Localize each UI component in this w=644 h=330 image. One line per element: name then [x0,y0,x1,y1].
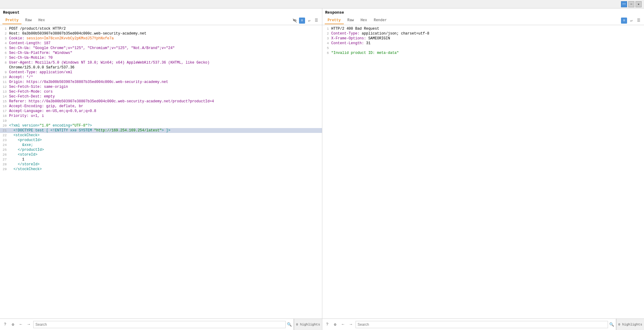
request-search-magnifier-icon[interactable]: 🔍 [287,322,292,327]
request-back-icon[interactable]: ← [18,321,24,328]
response-pane: Response Pretty Raw Hex Render ≡ ↵ ☰ 1HT… [322,8,644,330]
response-forward-icon[interactable]: → [348,321,354,328]
code-line: 5Sec-Ch-Ua: "Google Chrome";v="125", "Ch… [0,46,322,51]
code-line: 2Host: 0a3b00b503907e38807b35ed004c000c.… [0,31,322,36]
request-tab-raw[interactable]: Raw [22,17,35,24]
code-line: 7Sec-Ch-Ua-Mobile: ?0 [0,55,322,60]
newline-icon[interactable]: ↵ [306,18,312,24]
response-bottom-left: ? ⚙ ← → 🔍 [322,319,616,330]
response-search-input[interactable] [356,321,608,328]
code-line: Chrome/125.0.0.0 Safari/537.36 [0,65,322,70]
code-line: 6Sec-Ch-Ua-Platform: "Windows" [0,51,322,55]
code-line: 16Accept-Encoding: gzip, deflate, br [0,104,322,109]
response-tab-actions: ≡ ↵ ☰ [621,18,642,24]
request-pane: Request Pretty Raw Hex ≡ ↵ ☰ 1POST /prod… [0,8,322,330]
code-line: 20<?xml version="1.0" encoding="UTF-8"?> [0,123,322,128]
response-bottom-bar: ? ⚙ ← → 🔍 0 highlights [322,318,644,330]
request-bottom-left: ? ⚙ ← → 🔍 [0,319,294,330]
response-word-wrap-icon[interactable]: ≡ [621,18,627,24]
response-newline-icon[interactable]: ↵ [628,18,634,24]
response-menu-icon[interactable]: ☰ [636,18,642,24]
code-line: 4Content-Length: 187 [0,41,322,46]
code-line: 4Content-Length: 31 [322,41,644,46]
code-line: 13Sec-Fetch-Mode: cors [0,89,322,94]
response-tab-pretty[interactable]: Pretty [325,17,344,24]
code-line: 3X-Frame-Options: SAMEORIGIN [322,36,644,41]
code-line: 5 [322,46,644,51]
response-tab-raw[interactable]: Raw [344,17,357,24]
window-tile-button[interactable]: ▪▪ [621,1,627,7]
menu-icon[interactable]: ☰ [314,18,320,24]
code-line: 1HTTP/2 400 Bad Request [322,26,644,31]
request-settings-icon[interactable]: ⚙ [10,321,16,328]
code-line: 18Priority: u=1, i [0,114,322,118]
request-help-icon[interactable]: ? [2,321,8,328]
response-search-magnifier-icon[interactable]: 🔍 [609,322,614,327]
code-line: 17Accept-Language: en-US,en;q=0.9,ar;q=0… [0,109,322,114]
response-tab-render[interactable]: Render [371,17,390,24]
code-line: 10Accept: */* [0,75,322,80]
panes-container: Request Pretty Raw Hex ≡ ↵ ☰ 1POST /prod… [0,8,644,330]
window-minimize-button[interactable]: — [628,1,634,7]
response-back-icon[interactable]: ← [340,321,347,328]
top-toolbar: ▪▪ — ✕ [0,0,644,8]
code-line: 23 <productId> [0,138,322,143]
window-close-button[interactable]: ✕ [636,1,642,7]
code-line: 14Sec-Fetch-Dest: empty [0,94,322,99]
request-bottom-bar: ? ⚙ ← → 🔍 0 highlights [0,318,322,330]
code-line: 22 <stockCheck> [0,133,322,138]
code-line: 19 [0,118,322,123]
code-line: 21 <!DOCTYPE test [ <!ENTITY xxe SYSTEM … [0,128,322,133]
request-tab-pretty[interactable]: Pretty [2,17,21,24]
request-search-input[interactable] [33,321,286,328]
code-line: 28 </storeId> [0,162,322,167]
request-tab-actions: ≡ ↵ ☰ [292,18,320,24]
request-code-area: 1POST /product/stock HTTP/22Host: 0a3b00… [0,25,322,318]
request-tab-hex[interactable]: Hex [35,17,48,24]
code-line: 27 1 [0,157,322,162]
response-tab-hex[interactable]: Hex [357,17,370,24]
code-line: 11Origin: https://0a3b00b503907e38807b35… [0,80,322,84]
code-line: 9Content-Type: application/xml [0,70,322,75]
request-pane-title: Request [0,8,322,16]
response-pane-title: Response [322,8,644,16]
code-line: 6"Invalid product ID: meta-data" [322,51,644,55]
code-line: 24 &xxe; [0,143,322,147]
eye-slash-icon[interactable] [292,18,298,24]
response-settings-icon[interactable]: ⚙ [332,321,339,328]
code-line: 26 <storeId> [0,152,322,157]
request-tab-bar: Pretty Raw Hex ≡ ↵ ☰ [0,16,322,25]
response-code-area: 1HTTP/2 400 Bad Request2Content-Type: ap… [322,25,644,318]
code-line: 15Referer: https://0a3b00b503907e38807b3… [0,99,322,104]
code-line: 29 </stockCheck> [0,167,322,172]
response-tab-bar: Pretty Raw Hex Render ≡ ↵ ☰ [322,16,644,25]
response-help-icon[interactable]: ? [324,321,331,328]
request-forward-icon[interactable]: → [25,321,32,328]
word-wrap-icon[interactable]: ≡ [299,18,305,24]
code-line: 1POST /product/stock HTTP/2 [0,26,322,31]
code-line: 12Sec-Fetch-Site: same-origin [0,84,322,89]
code-line: 25 </productId> [0,147,322,152]
code-line: 8User-Agent: Mozilla/5.0 (Windows NT 10.… [0,60,322,65]
window-controls: ▪▪ — ✕ [621,1,642,7]
code-line: 2Content-Type: application/json; charset… [322,31,644,36]
request-highlights-badge: 0 highlights [294,319,322,330]
response-highlights-badge: 0 highlights [616,319,644,330]
code-line: 3Cookie: session=Im78cxn2KvvbCy2pKMxdJ57… [0,36,322,41]
